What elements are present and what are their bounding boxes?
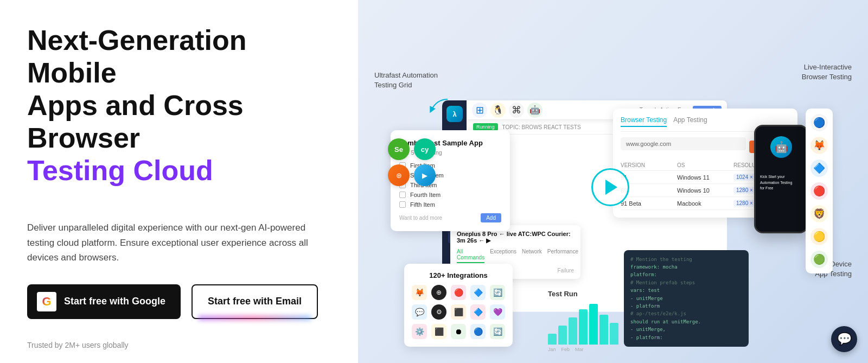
test-run-label: Test Run bbox=[548, 290, 618, 298]
google-button-label: Start free with Google bbox=[64, 296, 165, 307]
ver-3: 91 Beta bbox=[621, 200, 677, 207]
code-line-7: - platform bbox=[630, 302, 742, 310]
label-live-browser: Live-InteractiveBrowser Testing bbox=[802, 62, 852, 82]
appium-icon: ⊕ bbox=[388, 164, 410, 186]
bt-tab-browser[interactable]: Browser Testing bbox=[621, 116, 667, 127]
left-panel: Next-Generation Mobile Apps and Cross Br… bbox=[0, 0, 358, 363]
bt-url-input[interactable]: www.google.com bbox=[621, 137, 746, 150]
integration-icon-1: 🦊 bbox=[412, 285, 427, 300]
headline-purple: Testing Cloud bbox=[27, 154, 331, 187]
bar-6 bbox=[599, 315, 608, 345]
integration-icon-2: ⊕ bbox=[431, 285, 446, 300]
brave-sidebar-icon[interactable]: 🦁 bbox=[810, 205, 828, 222]
integration-icon-8: ⬛ bbox=[451, 304, 466, 320]
tab-all-commands[interactable]: All Commands bbox=[457, 249, 484, 263]
integration-icon-5: 🔄 bbox=[490, 285, 505, 300]
selenium-icon: Se bbox=[388, 138, 410, 160]
browser-os-icons: ⊞ 🐧 ⌘ 🤖 bbox=[472, 103, 542, 118]
integration-icon-14: 🔵 bbox=[470, 324, 486, 339]
queue-info: TOPIC: BROWS REACT TESTS bbox=[502, 124, 581, 130]
code-line-4: # Mention prefab steps bbox=[630, 279, 742, 286]
code-line-1: # Mention the testing bbox=[630, 256, 742, 263]
code-line-8: # ap-/test/e2e/k.js bbox=[630, 310, 742, 317]
test-item-5: Fifth Item bbox=[399, 201, 501, 208]
add-more-button[interactable]: Add bbox=[481, 213, 501, 222]
google-cta-button[interactable]: G Start free with Google bbox=[27, 284, 181, 319]
tab-performance[interactable]: Performance bbox=[547, 249, 578, 263]
lambdatest-logo-icon: λ bbox=[446, 106, 463, 122]
google-g-letter: G bbox=[42, 295, 51, 309]
integration-icon-15: 🔄 bbox=[490, 324, 505, 339]
label-automation: Ultrafast AutomationTesting Grid bbox=[374, 71, 438, 90]
integration-icon-11: ⚙️ bbox=[412, 324, 427, 339]
linux-icon: 🐧 bbox=[490, 103, 506, 118]
integration-icon-6: 💬 bbox=[412, 304, 427, 320]
framework-row-1: Se cy bbox=[388, 138, 436, 160]
firefox-sidebar-icon[interactable]: 🦊 bbox=[810, 137, 828, 154]
chat-icon: 💬 bbox=[837, 332, 852, 346]
windows-icon: ⊞ bbox=[472, 103, 487, 118]
col-failure: Failure bbox=[557, 268, 574, 273]
os-1: Windows 11 bbox=[677, 174, 733, 181]
android-icon: 🤖 bbox=[527, 103, 542, 118]
integration-icon-9: 🔷 bbox=[470, 304, 486, 320]
edge-sidebar-icon[interactable]: 🔷 bbox=[810, 160, 828, 177]
tab-exceptions[interactable]: Exceptions bbox=[490, 249, 516, 263]
yandex-sidebar-icon[interactable]: 🟡 bbox=[810, 228, 828, 245]
code-line-2: framework: mocha bbox=[630, 263, 742, 271]
want-add-label: Want to add more bbox=[399, 215, 442, 221]
framework-icons-group: Se cy ⊕ ▶ bbox=[388, 138, 436, 186]
bar-4 bbox=[579, 309, 588, 345]
test-item-4: Fourth Item bbox=[399, 192, 501, 198]
trusted-text: Trusted by 2M+ users globally bbox=[27, 341, 331, 349]
google-icon: G bbox=[37, 292, 56, 311]
bar-3 bbox=[569, 317, 577, 345]
tab-network[interactable]: Network bbox=[522, 249, 542, 263]
bar-1 bbox=[548, 334, 557, 345]
code-line-3: platform: bbox=[630, 271, 742, 278]
email-cta-button[interactable]: Start free with Email bbox=[192, 284, 318, 319]
cta-buttons: G Start free with Google Start free with… bbox=[27, 284, 331, 319]
bt-tab-app[interactable]: App Testing bbox=[673, 116, 707, 127]
integrations-card: 120+ Integrations 🦊 ⊕ 🔴 🔷 🔄 💬 ⚙ ⬛ 🔷 💜 ⚙️… bbox=[404, 264, 513, 347]
play-button[interactable] bbox=[591, 168, 629, 206]
test-run-area: Test Run Jan Feb Mar bbox=[548, 290, 618, 352]
col-version: VERSION bbox=[621, 162, 677, 168]
oneplus-tabs: All Commands Exceptions Network Performa… bbox=[457, 249, 574, 263]
bar-5 bbox=[589, 304, 598, 345]
chrome-sidebar-icon[interactable]: 🔵 bbox=[810, 114, 828, 131]
playwright-icon: ▶ bbox=[414, 164, 436, 186]
integration-icon-3: 🔴 bbox=[451, 285, 466, 300]
mobile-device-mockup: 🤖 Kick Start yourAutomation Testingfor F… bbox=[754, 125, 808, 233]
code-line-6: - unitMerge bbox=[630, 295, 742, 302]
headline-line2: Apps and Cross Browser bbox=[27, 90, 244, 154]
code-line-9: should run at unitMerge. bbox=[630, 318, 742, 326]
os-3: Macbook bbox=[677, 200, 733, 207]
opera-sidebar-icon[interactable]: 🔴 bbox=[810, 182, 828, 200]
play-triangle-icon bbox=[605, 180, 617, 195]
browser-sidebar: 🔵 🦊 🔷 🔴 🦁 🟡 🟢 bbox=[806, 109, 833, 273]
framework-row-2: ⊕ ▶ bbox=[388, 164, 436, 186]
headline-line1: Next-Generation Mobile bbox=[27, 24, 247, 88]
chat-support-button[interactable]: 💬 bbox=[831, 326, 857, 352]
col-os: OS bbox=[677, 162, 733, 168]
integrations-title: 120+ Integrations bbox=[412, 271, 505, 279]
code-line-5: vars: test bbox=[630, 286, 742, 294]
oneplus-header: Oneplus 8 Pro ← live ATC:WPC Courier: 3m… bbox=[457, 231, 574, 244]
email-button-label: Start free with Email bbox=[208, 296, 302, 307]
integration-icon-4: 🔷 bbox=[470, 285, 486, 300]
code-line-11: - platform: bbox=[630, 334, 742, 341]
code-snippet: # Mention the testing framework: mocha p… bbox=[624, 250, 749, 347]
description: Deliver unparalleled digital experience … bbox=[27, 220, 320, 265]
integration-icon-12: ⬛ bbox=[431, 324, 446, 339]
cypress-icon: cy bbox=[414, 138, 436, 160]
samsung-sidebar-icon[interactable]: 🟢 bbox=[810, 251, 828, 268]
integration-icons-grid: 🦊 ⊕ 🔴 🔷 🔄 💬 ⚙ ⬛ 🔷 💜 ⚙️ ⬛ ⏺ 🔵 🔄 bbox=[412, 285, 505, 339]
right-panel: Ultrafast AutomationTesting Grid Live-In… bbox=[358, 0, 868, 363]
device-screen: 🤖 Kick Start yourAutomation Testingfor F… bbox=[756, 126, 807, 232]
integration-icon-7: ⚙ bbox=[431, 304, 446, 320]
bar-2 bbox=[558, 326, 567, 345]
ver-1: 91 bbox=[621, 174, 677, 181]
want-to-add-row: Want to add more Add bbox=[399, 213, 501, 222]
apple-icon: ⌘ bbox=[509, 103, 524, 118]
